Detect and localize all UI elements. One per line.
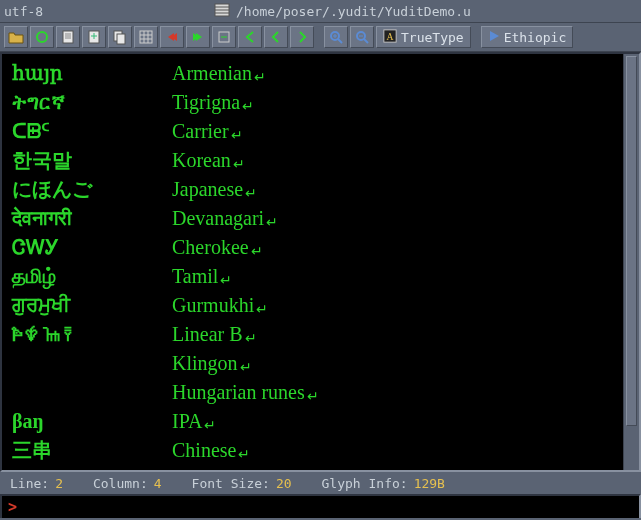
text-line: ᑕᗸᑦCarrier↵	[12, 118, 631, 147]
text-line: தமிழ்Tamil↵	[12, 263, 631, 292]
language-name: Cherokee↵	[172, 234, 263, 263]
line-label: Line:	[10, 476, 49, 491]
prev-page-button[interactable]	[238, 26, 262, 48]
native-script: ਗੁਰਮੁਖੀ	[12, 292, 172, 321]
svg-text:A: A	[387, 30, 394, 41]
file-path: /home/poser/.yudit/YuditDemo.u	[214, 3, 471, 20]
wrap-button[interactable]	[212, 26, 236, 48]
native-script: 三串	[12, 437, 172, 466]
text-line: βaŋIPA↵	[12, 408, 631, 437]
language-name: Korean↵	[172, 147, 245, 176]
editor-area[interactable]: հայրArmenian↵ትግርኛTigrigna↵ᑕᗸᑦCarrier↵한국말…	[0, 52, 641, 472]
newline-icon: ↵	[245, 325, 257, 352]
text-line: ਗੁਰਮੁਖੀGurmukhi↵	[12, 292, 631, 321]
vertical-scrollbar[interactable]	[623, 54, 639, 470]
native-script: հայր	[12, 60, 172, 89]
newline-icon: ↵	[242, 93, 254, 120]
zoom-in-button[interactable]	[324, 26, 348, 48]
language-name: Armenian↵	[172, 60, 266, 89]
svg-rect-5	[63, 31, 73, 43]
newline-icon: ↵	[233, 151, 245, 178]
language-name: Japanese↵	[172, 176, 257, 205]
language-name: Gurmukhi↵	[172, 292, 268, 321]
text-line: にほんごJapanese↵	[12, 176, 631, 205]
font-selector-label: TrueType	[401, 30, 464, 45]
text-line: देवनागरीDevanagari↵	[12, 205, 631, 234]
language-name: Devanagari↵	[172, 205, 278, 234]
titlebar: utf-8 /home/poser/.yudit/YuditDemo.u	[0, 0, 641, 22]
fontsize-label: Font Size:	[192, 476, 270, 491]
native-script	[12, 379, 172, 408]
language-name: Tamil↵	[172, 263, 232, 292]
grid-button[interactable]	[134, 26, 158, 48]
newline-icon: ↵	[256, 296, 268, 323]
document-button[interactable]	[56, 26, 80, 48]
newline-icon: ↵	[240, 354, 252, 381]
text-line: ᏣᎳᎩCherokee↵	[12, 234, 631, 263]
newline-icon: ↵	[220, 267, 232, 294]
language-name: IPA↵	[172, 408, 216, 437]
native-script: にほんご	[12, 176, 172, 205]
script-selector[interactable]: Ethiopic	[481, 26, 574, 48]
redo-button[interactable]	[186, 26, 210, 48]
native-script: ትግርኛ	[12, 89, 172, 118]
status-bar: Line: 2 Column: 4 Font Size: 20 Glyph In…	[0, 472, 641, 494]
undo-button[interactable]	[160, 26, 184, 48]
svg-point-4	[37, 32, 47, 42]
language-name: Carrier↵	[172, 118, 243, 147]
encoding-label: utf-8	[4, 4, 214, 19]
native-script: தமிழ்	[12, 263, 172, 292]
newline-icon: ↵	[251, 238, 263, 265]
text-content: հայրArmenian↵ትግርኛTigrigna↵ᑕᗸᑦCarrier↵한국말…	[2, 54, 639, 472]
text-line: 三串Chinese↵	[12, 437, 631, 466]
glyph-value: 129B	[414, 476, 445, 491]
play-icon	[488, 30, 500, 45]
text-line: Klingon↵	[12, 350, 631, 379]
scrollbar-thumb[interactable]	[626, 56, 637, 426]
next-button[interactable]	[290, 26, 314, 48]
newline-icon: ↵	[204, 412, 216, 439]
native-script: βaŋ	[12, 408, 172, 437]
native-script: 𐁂𐀶𐀎𐀙	[12, 321, 172, 350]
svg-rect-8	[117, 34, 125, 44]
language-name: Chinese↵	[172, 437, 250, 466]
language-name: Linear B↵	[172, 321, 257, 350]
text-line: 𐁂𐀶𐀎𐀙Linear B↵	[12, 321, 631, 350]
script-selector-label: Ethiopic	[504, 30, 567, 45]
text-line: հայրArmenian↵	[12, 60, 631, 89]
newline-icon: ↵	[231, 122, 243, 149]
native-script: ᏣᎳᎩ	[12, 234, 172, 263]
native-script: देवनागरी	[12, 205, 172, 234]
command-line[interactable]: >	[0, 494, 641, 518]
text-line: Hungarian runes↵	[12, 379, 631, 408]
zoom-out-button[interactable]	[350, 26, 374, 48]
open-folder-button[interactable]	[4, 26, 28, 48]
font-selector[interactable]: A TrueType	[376, 26, 471, 48]
prev-button[interactable]	[264, 26, 288, 48]
svg-rect-9	[140, 31, 152, 43]
language-name: Hungarian runes↵	[172, 379, 319, 408]
new-doc-button[interactable]	[82, 26, 106, 48]
newline-icon: ↵	[307, 383, 319, 410]
command-prompt: >	[8, 498, 17, 516]
font-icon: A	[383, 29, 397, 46]
file-path-text: /home/poser/.yudit/YuditDemo.u	[236, 4, 471, 19]
glyph-label: Glyph Info:	[322, 476, 408, 491]
native-script	[12, 350, 172, 379]
newline-icon: ↵	[266, 209, 278, 236]
native-script: 한국말	[12, 147, 172, 176]
text-line: ትግርኛTigrigna↵	[12, 89, 631, 118]
copy-doc-button[interactable]	[108, 26, 132, 48]
fontsize-value: 20	[276, 476, 292, 491]
language-name: Klingon↵	[172, 350, 252, 379]
newline-icon: ↵	[245, 180, 257, 207]
toolbar: A TrueType Ethiopic	[0, 22, 641, 52]
column-value: 4	[154, 476, 162, 491]
newline-icon: ↵	[254, 64, 266, 91]
record-button[interactable]	[30, 26, 54, 48]
line-value: 2	[55, 476, 63, 491]
language-name: Tigrigna↵	[172, 89, 254, 118]
newline-icon: ↵	[238, 441, 250, 468]
native-script: ᑕᗸᑦ	[12, 118, 172, 147]
column-label: Column:	[93, 476, 148, 491]
